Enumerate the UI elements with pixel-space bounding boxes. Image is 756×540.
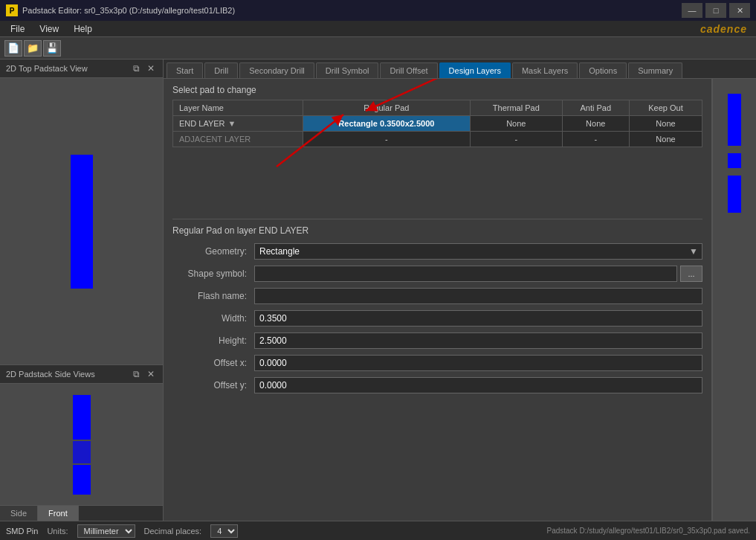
shape-symbol-input[interactable] (254, 266, 677, 282)
main-layout: 2D Top Padstack View ⧉ ✕ 2D Padstack Sid… (0, 60, 756, 521)
layer-adjacent[interactable]: ADJACENT LAYER (173, 132, 303, 147)
tab-side[interactable]: Side (0, 506, 38, 521)
top-view-restore-btn[interactable]: ⧉ (131, 62, 142, 74)
statusbar: SMD Pin Units: Millimeter Inch Decimal p… (0, 521, 756, 540)
geometry-label: Geometry: (172, 246, 254, 257)
minimize-button[interactable]: — (682, 3, 702, 18)
top-view-content (0, 78, 163, 364)
regular-pad-end[interactable]: Rectangle 0.3500x2.5000 (303, 116, 470, 132)
col-keep-out: Keep Out (629, 100, 702, 116)
tab-mask-layers[interactable]: Mask Layers (512, 62, 578, 78)
maximize-button[interactable]: □ (705, 3, 726, 18)
offset-x-label: Offset x: (172, 358, 254, 368)
side-view-shapes (73, 395, 91, 495)
tab-secondary-drill[interactable]: Secondary Drill (239, 62, 314, 78)
view-tabs: Side Front (0, 505, 163, 521)
tab-design-layers[interactable]: Design Layers (439, 62, 511, 78)
right-panel: Start Drill Secondary Drill Drill Symbol… (164, 60, 756, 521)
decimal-places-select[interactable]: 4 2 3 5 (210, 524, 238, 538)
left-panel: 2D Top Padstack View ⧉ ✕ 2D Padstack Sid… (0, 60, 164, 521)
tab-start[interactable]: Start (167, 62, 203, 78)
top-view-close-btn[interactable]: ✕ (145, 62, 157, 74)
smd-pin-label: SMD Pin (6, 527, 38, 536)
anti-pad-adjacent[interactable]: - (562, 132, 629, 147)
width-input[interactable] (254, 310, 702, 327)
tabs-bar: Start Drill Secondary Drill Drill Symbol… (164, 60, 756, 79)
tab-options[interactable]: Options (579, 62, 627, 78)
side-view-header: 2D Padstack Side Views ⧉ ✕ (0, 365, 163, 384)
width-label: Width: (172, 313, 254, 324)
layer-end[interactable]: END LAYER ▼ (173, 116, 303, 132)
top-view-canvas (0, 78, 163, 364)
height-input[interactable] (254, 332, 702, 349)
offset-x-row: Offset x: (172, 355, 702, 371)
app-icon: P (6, 4, 18, 16)
thermal-pad-end[interactable]: None (471, 116, 562, 132)
col-regular-pad: Regular Pad (303, 100, 470, 116)
new-button[interactable]: 📄 (4, 40, 22, 57)
toolbar: 📄 📁 💾 (0, 37, 756, 60)
titlebar: P Padstack Editor: sr0_35x3p0 (D:/study/… (0, 0, 756, 21)
flash-name-label: Flash name: (172, 291, 254, 301)
side-pad-mid (73, 441, 91, 463)
cadence-logo: cadence (700, 23, 753, 35)
menubar: File View Help cadence (0, 21, 756, 37)
top-view-header: 2D Top Padstack View ⧉ ✕ (0, 60, 163, 78)
menu-help[interactable]: Help (66, 22, 100, 36)
offset-y-input[interactable] (254, 377, 702, 393)
geometry-select-wrapper: Rectangle Circle Square Oblong Shape ▼ (254, 243, 702, 260)
keep-out-adjacent[interactable]: None (629, 132, 702, 147)
tab-drill[interactable]: Drill (204, 62, 238, 78)
side-view-icons: ⧉ ✕ (131, 368, 157, 380)
form-section-title: Regular Pad on layer END LAYER (172, 225, 702, 236)
empty-table-area (172, 156, 702, 216)
shape-symbol-row: Shape symbol: ... (172, 266, 702, 282)
keep-out-end[interactable]: None (629, 116, 702, 132)
col-anti-pad: Anti Pad (562, 100, 629, 116)
offset-y-label: Offset y: (172, 380, 254, 390)
shape-symbol-browse-btn[interactable]: ... (680, 266, 702, 282)
col-thermal-pad: Thermal Pad (471, 100, 562, 116)
flash-name-row: Flash name: (172, 288, 702, 304)
save-button[interactable]: 💾 (43, 40, 61, 57)
units-select[interactable]: Millimeter Inch (77, 524, 135, 538)
side-view-close-btn[interactable]: ✕ (145, 368, 157, 380)
offset-x-input[interactable] (254, 355, 702, 371)
preview-pad-bot (728, 176, 741, 213)
offset-y-row: Offset y: (172, 377, 702, 393)
menu-view[interactable]: View (32, 22, 66, 36)
side-view-canvas (0, 384, 163, 505)
preview-pad-mid (728, 153, 741, 168)
height-label: Height: (172, 335, 254, 346)
thermal-pad-adjacent[interactable]: - (471, 132, 562, 147)
regular-pad-adjacent[interactable]: - (303, 132, 470, 147)
menu-file[interactable]: File (3, 22, 32, 36)
tab-drill-symbol[interactable]: Drill Symbol (316, 62, 379, 78)
status-path: Padstack D:/study/allegro/test01/LIB2/sr… (546, 527, 750, 535)
close-button[interactable]: ✕ (729, 3, 750, 18)
top-view-pad-shape (71, 155, 93, 289)
layer-dropdown-arrow: ▼ (228, 119, 236, 128)
section-divider (172, 219, 702, 219)
height-row: Height: (172, 332, 702, 349)
tab-summary[interactable]: Summary (628, 62, 682, 78)
right-inner: Select pad to change Layer Name Regular … (164, 79, 756, 521)
window-title: Padstack Editor: sr0_35x3p0 (D:/study/al… (22, 6, 682, 15)
table-section: Layer Name Regular Pad Thermal Pad Anti … (172, 100, 702, 147)
table-row[interactable]: END LAYER ▼ Rectangle 0.3500x2.5000 None… (173, 116, 702, 132)
tab-drill-offset[interactable]: Drill Offset (380, 62, 437, 78)
side-views-panel: 2D Padstack Side Views ⧉ ✕ Side Front (0, 364, 163, 521)
window-controls: — □ ✕ (682, 3, 750, 18)
flash-name-input[interactable] (254, 288, 702, 304)
select-pad-label: Select pad to change (172, 85, 702, 95)
side-view-restore-btn[interactable]: ⧉ (131, 368, 142, 380)
tab-front[interactable]: Front (38, 506, 79, 521)
geometry-select[interactable]: Rectangle Circle Square Oblong Shape (254, 243, 702, 260)
preview-pad-top (728, 94, 741, 146)
open-button[interactable]: 📁 (24, 40, 42, 57)
anti-pad-end[interactable]: None (562, 116, 629, 132)
shape-symbol-label: Shape symbol: (172, 269, 254, 279)
top-view-icons: ⧉ ✕ (131, 62, 157, 74)
col-layer-name: Layer Name (173, 100, 303, 116)
table-row[interactable]: ADJACENT LAYER - - - None (173, 132, 702, 147)
